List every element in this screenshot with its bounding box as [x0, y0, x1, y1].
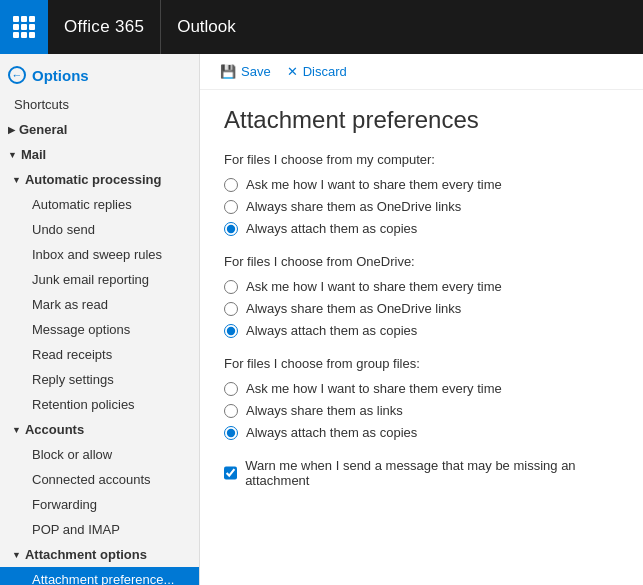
- section-onedrive: For files I choose from OneDrive: Ask me…: [224, 254, 619, 338]
- warn-checkbox-option: Warn me when I send a message that may b…: [224, 458, 619, 488]
- tri-icon: ▼: [8, 150, 17, 160]
- topbar: Office 365 Outlook: [0, 0, 643, 54]
- sidebar-item-forwarding[interactable]: Forwarding: [0, 492, 199, 517]
- page-title: Attachment preferences: [224, 106, 619, 134]
- comp-attach-radio[interactable]: [224, 222, 238, 236]
- od-attach-radio[interactable]: [224, 324, 238, 338]
- radio-option: Ask me how I want to share them every ti…: [224, 177, 619, 192]
- od-ask-label[interactable]: Ask me how I want to share them every ti…: [246, 279, 502, 294]
- od-attach-label[interactable]: Always attach them as copies: [246, 323, 417, 338]
- sidebar-item-connected-accounts[interactable]: Connected accounts: [0, 467, 199, 492]
- radio-option: Always share them as OneDrive links: [224, 301, 619, 316]
- comp-ask-label[interactable]: Ask me how I want to share them every ti…: [246, 177, 502, 192]
- tri-icon: ▼: [12, 425, 21, 435]
- discard-button[interactable]: ✕ Discard: [287, 64, 347, 79]
- waffle-icon[interactable]: [0, 0, 48, 54]
- sidebar-item-inbox-sweep[interactable]: Inbox and sweep rules: [0, 242, 199, 267]
- sidebar-item-reply-settings[interactable]: Reply settings: [0, 367, 199, 392]
- warn-missing-label[interactable]: Warn me when I send a message that may b…: [245, 458, 619, 488]
- sidebar-item-undo-send[interactable]: Undo send: [0, 217, 199, 242]
- sidebar-item-mark-as-read[interactable]: Mark as read: [0, 292, 199, 317]
- radio-option: Ask me how I want to share them every ti…: [224, 279, 619, 294]
- tri-icon: ▼: [12, 550, 21, 560]
- sidebar-item-pop-imap[interactable]: POP and IMAP: [0, 517, 199, 542]
- comp-ask-radio[interactable]: [224, 178, 238, 192]
- radio-option: Always share them as OneDrive links: [224, 199, 619, 214]
- sidebar-item-read-receipts[interactable]: Read receipts: [0, 342, 199, 367]
- sidebar-item-automatic-replies[interactable]: Automatic replies: [0, 192, 199, 217]
- comp-onedrive-radio[interactable]: [224, 200, 238, 214]
- radio-option: Ask me how I want to share them every ti…: [224, 381, 619, 396]
- sidebar-item-message-options[interactable]: Message options: [0, 317, 199, 342]
- save-icon: 💾: [220, 64, 236, 79]
- gf-links-radio[interactable]: [224, 404, 238, 418]
- sidebar-section-accounts[interactable]: ▼ Accounts: [0, 417, 199, 442]
- od-onedrive-label[interactable]: Always share them as OneDrive links: [246, 301, 461, 316]
- sidebar-item-attachment-preferences[interactable]: Attachment preference...: [0, 567, 199, 585]
- gf-ask-label[interactable]: Ask me how I want to share them every ti…: [246, 381, 502, 396]
- gf-attach-label[interactable]: Always attach them as copies: [246, 425, 417, 440]
- content-area: Attachment preferences For files I choos…: [200, 90, 643, 504]
- sidebar-section-mail[interactable]: ▼ Mail: [0, 142, 199, 167]
- app-name: Outlook: [161, 17, 252, 37]
- radio-option: Always attach them as copies: [224, 425, 619, 440]
- gf-ask-radio[interactable]: [224, 382, 238, 396]
- od-ask-radio[interactable]: [224, 280, 238, 294]
- main-content: 💾 Save ✕ Discard Attachment preferences …: [200, 54, 643, 585]
- section1-title: For files I choose from my computer:: [224, 152, 619, 167]
- sidebar: ← Options Shortcuts ▶ General ▼ Mail ▼ A…: [0, 54, 200, 585]
- radio-option: Always share them as links: [224, 403, 619, 418]
- comp-attach-label[interactable]: Always attach them as copies: [246, 221, 417, 236]
- gf-attach-radio[interactable]: [224, 426, 238, 440]
- gf-links-label[interactable]: Always share them as links: [246, 403, 403, 418]
- back-arrow-icon: ←: [8, 66, 26, 84]
- section2-title: For files I choose from OneDrive:: [224, 254, 619, 269]
- section3-title: For files I choose from group files:: [224, 356, 619, 371]
- sidebar-item-retention-policies[interactable]: Retention policies: [0, 392, 199, 417]
- tri-icon: ▼: [12, 175, 21, 185]
- section-group-files: For files I choose from group files: Ask…: [224, 356, 619, 440]
- sidebar-section-attachment-options[interactable]: ▼ Attachment options: [0, 542, 199, 567]
- discard-icon: ✕: [287, 64, 298, 79]
- layout: ← Options Shortcuts ▶ General ▼ Mail ▼ A…: [0, 54, 643, 585]
- save-button[interactable]: 💾 Save: [220, 64, 271, 79]
- brand-name: Office 365: [48, 0, 161, 54]
- sidebar-section-general[interactable]: ▶ General: [0, 117, 199, 142]
- options-header[interactable]: ← Options: [0, 58, 199, 92]
- sidebar-section-automatic-processing[interactable]: ▼ Automatic processing: [0, 167, 199, 192]
- tri-icon: ▶: [8, 125, 15, 135]
- grid-dots: [13, 16, 35, 38]
- sidebar-item-block-or-allow[interactable]: Block or allow: [0, 442, 199, 467]
- section-computer: For files I choose from my computer: Ask…: [224, 152, 619, 236]
- radio-option: Always attach them as copies: [224, 323, 619, 338]
- sidebar-item-junk-email[interactable]: Junk email reporting: [0, 267, 199, 292]
- radio-option: Always attach them as copies: [224, 221, 619, 236]
- comp-onedrive-label[interactable]: Always share them as OneDrive links: [246, 199, 461, 214]
- od-onedrive-radio[interactable]: [224, 302, 238, 316]
- warn-missing-checkbox[interactable]: [224, 466, 237, 480]
- sidebar-item-shortcuts[interactable]: Shortcuts: [0, 92, 199, 117]
- toolbar: 💾 Save ✕ Discard: [200, 54, 643, 90]
